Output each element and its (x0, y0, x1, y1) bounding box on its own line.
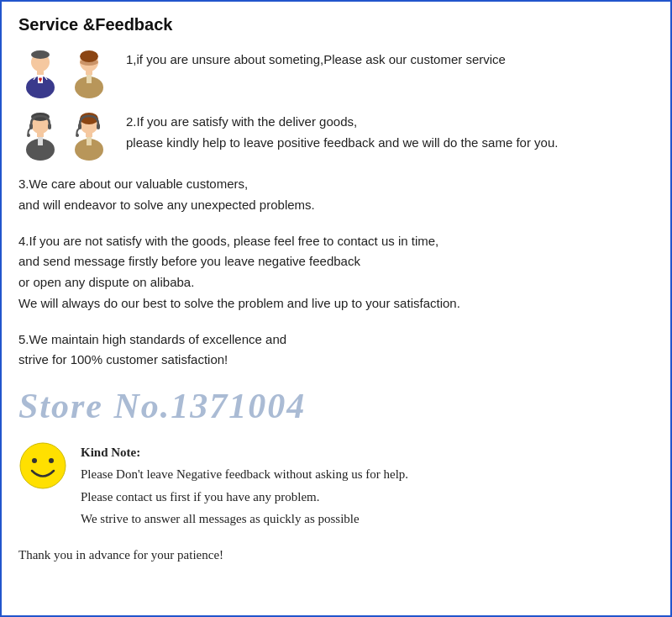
svg-point-31 (20, 443, 66, 488)
female-agent-icon (67, 50, 111, 100)
svg-rect-30 (87, 137, 92, 145)
section-4-line-4: We will always do our best to solve the … (18, 293, 654, 314)
svg-rect-14 (87, 75, 92, 83)
section-5-line-1: 5.We maintain high standards of excellen… (18, 330, 654, 351)
svg-rect-20 (37, 132, 44, 137)
svg-point-33 (49, 458, 54, 463)
section-2-text: 2.If you are satisfy with the deliver go… (126, 112, 558, 154)
kind-note-section: Kind Note: Please Don't leave Negative f… (18, 441, 654, 530)
section-3-line-2: and will endeavor to solve any unexpecte… (18, 195, 654, 216)
smiley-icon (18, 441, 67, 490)
kind-note-line-2: Please contact us first if you have any … (81, 486, 408, 508)
section-4-line-2: and send message firstly before you leav… (18, 251, 654, 272)
headset-female-icon (67, 112, 111, 162)
svg-rect-18 (48, 124, 51, 129)
section-2: 2.If you are satisfy with the deliver go… (18, 112, 654, 162)
kind-note-text: Kind Note: Please Don't leave Negative f… (81, 441, 408, 530)
svg-point-1 (31, 50, 50, 59)
section-3: 3.We care about our valuable customers, … (18, 174, 654, 216)
section-5-line-2: strive for 100% customer satisfaction! (18, 350, 654, 371)
page-title: Service &Feedback (18, 15, 654, 34)
svg-point-27 (76, 134, 79, 137)
section-5: 5.We maintain high standards of excellen… (18, 330, 654, 372)
svg-point-19 (27, 134, 30, 137)
section-4-line-1: 4.If you are not satisfy with the goods,… (18, 231, 654, 252)
svg-point-32 (32, 458, 37, 463)
svg-rect-12 (86, 70, 92, 75)
male-agent-icon (18, 50, 62, 100)
kind-note-line-3: We strive to answer all messages as quic… (81, 508, 408, 530)
svg-point-11 (80, 59, 98, 66)
kind-note-line-1: Please Don't leave Negative feedback wit… (81, 463, 408, 485)
section-1-icons (18, 50, 111, 100)
thank-you-text: Thank you in advance for your patience! (18, 545, 654, 566)
section-4: 4.If you are not satisfy with the goods,… (18, 231, 654, 314)
section-1-text: 1,if you are unsure about someting,Pleas… (126, 50, 506, 71)
store-watermark: Store No.1371004 (18, 386, 654, 426)
section-2-icons (18, 112, 111, 162)
section-1: 1,if you are unsure about someting,Pleas… (18, 50, 654, 100)
svg-rect-28 (86, 132, 92, 137)
kind-note-label: Kind Note: (81, 446, 140, 459)
svg-rect-26 (97, 124, 100, 129)
svg-rect-22 (38, 137, 43, 145)
section-3-line-1: 3.We care about our valuable customers, (18, 174, 654, 195)
headset-male-icon (18, 112, 62, 162)
section-4-line-3: or open any dispute on alibaba. (18, 272, 654, 293)
svg-rect-2 (37, 70, 44, 75)
